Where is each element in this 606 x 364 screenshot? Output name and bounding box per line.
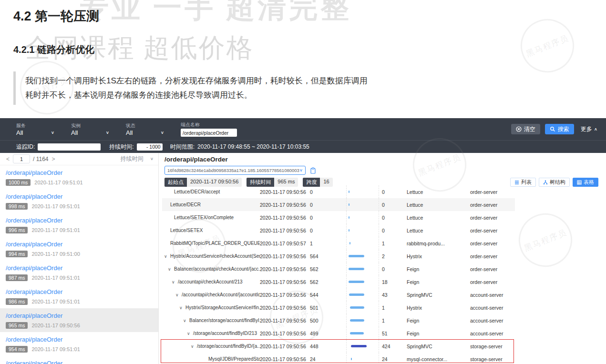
instance-select[interactable]: All ∨	[71, 129, 109, 136]
trace-id-select-row: 16f4d9828c3246e1abd90958335a17e1.185.160…	[164, 166, 316, 175]
span-self-duration: 0	[379, 215, 407, 221]
chevron-up-icon: ∧	[594, 127, 597, 131]
prev-page-button[interactable]: <	[5, 156, 11, 162]
span-name-cell: ∨ Balancer/accountapi/checkAccount/{acc.…	[162, 266, 260, 272]
span-duration: 499	[310, 331, 346, 336]
copy-trace-id-button[interactable]	[310, 167, 316, 174]
more-button[interactable]: 更多 ∧	[579, 124, 599, 134]
span-row[interactable]: ∨ /storage/account/findByID/{a... 2020-1…	[162, 340, 515, 353]
span-component: Feign	[407, 331, 470, 336]
trace-list-item[interactable]: /orderapi/placeOrder 1000 ms 2020-11-17 …	[0, 165, 158, 189]
trace-link[interactable]: /orderapi/placeOrder	[6, 288, 153, 295]
expand-arrow-icon[interactable]: ∨	[175, 293, 182, 297]
service-select[interactable]: All ∨	[16, 129, 54, 136]
span-self-duration: 24	[379, 356, 407, 362]
span-component: Hystrix	[407, 305, 470, 311]
duration-range-input[interactable]	[137, 143, 163, 151]
trace-meta: 987 ms 2020-11-17 09:51:01	[6, 274, 153, 281]
tree-icon	[543, 180, 548, 185]
trace-list-panel: < / 1164 > 持续时间 ∨ /orderapi/placeOrder 1…	[0, 153, 159, 364]
trace-list-item[interactable]: /orderapi/placeOrder 996 ms 2020-11-17 0…	[0, 213, 158, 237]
span-row[interactable]: ∨ /accountapi/checkAccount/{accountId} 2…	[162, 288, 515, 301]
trace-list-item[interactable]: /orderapi/placeOrder 987 ms 2020-11-17 0…	[0, 261, 158, 284]
span-row[interactable]: ∨ /accountapi/checkAccount/213 2020-11-1…	[162, 275, 515, 288]
view-table-button[interactable]: 表格	[573, 178, 598, 187]
trace-segment-select[interactable]: 16f4d9828c3246e1abd90958335a17e1.185.160…	[164, 166, 306, 175]
span-row[interactable]: ∨ Balancer/accountapi/checkAccount/{acc.…	[162, 263, 515, 275]
span-row[interactable]: ∨ /storage/account/findByID/213 2020-11-…	[162, 327, 515, 340]
trace-link[interactable]: /orderapi/placeOrder	[6, 193, 153, 200]
trace-link[interactable]: /orderapi/placeOrder	[6, 217, 153, 224]
trace-meta: 994 ms 2020-11-17 09:51:00	[6, 251, 153, 257]
trace-link[interactable]: /orderapi/placeOrder	[6, 241, 153, 248]
trace-duration-badge: 1000 ms	[6, 179, 31, 186]
span-row[interactable]: ∨ Hystrix/AccountService#checkAccount(Se…	[162, 250, 515, 263]
expand-arrow-icon[interactable]: ∨	[168, 267, 174, 272]
view-tree-button[interactable]: 树结构	[539, 178, 570, 187]
endpoint-name-input[interactable]	[181, 129, 237, 137]
span-row[interactable]: ∨ RabbitMQ/Topic/PLACE_ORDER_QUEUE_EXC..…	[162, 237, 515, 250]
page-number-input[interactable]	[13, 154, 30, 163]
span-name: Hystrix/AccountService#checkAccount(Ser.…	[170, 253, 260, 259]
doc-heading-2: 4.2.1 链路分析优化	[13, 43, 94, 56]
expand-arrow-icon[interactable]: ∨	[191, 344, 197, 349]
span-name: /accountapi/checkAccount/{accountId}	[182, 292, 260, 297]
trace-id-input[interactable]	[38, 143, 101, 151]
trace-list-item[interactable]: /orderapi/placeOrder 954 ms 2020-11-17 0…	[0, 332, 158, 356]
trace-duration-badge: 987 ms	[6, 274, 28, 281]
span-component: Feign	[407, 266, 470, 272]
span-duration: 0	[310, 189, 346, 195]
state-select[interactable]: All ∨	[126, 129, 164, 136]
trace-list-item[interactable]: /orderapi/placeOrder 965 ms 2020-11-17 0…	[0, 308, 158, 332]
trace-link[interactable]: /orderapi/placeOrder	[6, 169, 153, 176]
chevron-down-icon: ∨	[299, 168, 303, 172]
span-self-duration: 424	[379, 344, 407, 349]
more-label: 更多	[581, 125, 592, 133]
instance-label: 实例	[71, 122, 117, 129]
trace-link[interactable]: /orderapi/placeOrder	[6, 312, 153, 319]
next-page-button[interactable]: >	[51, 156, 57, 162]
clear-button[interactable]: 清空	[511, 124, 540, 134]
chevron-down-icon: ∨	[150, 157, 154, 161]
span-name-cell: ∨ Hystrix/AccountService#checkAccount(Se…	[162, 253, 260, 259]
span-row[interactable]: ∨ Lettuce/DECR/accept 2020-11-17 09:50:5…	[162, 185, 515, 198]
span-duration: 562	[310, 266, 346, 272]
expand-arrow-icon[interactable]: ∨	[187, 331, 193, 336]
search-button[interactable]: 搜索	[545, 124, 574, 134]
span-self-duration: 0	[379, 202, 407, 208]
span-row[interactable]: ∨ Hystrix/StorageAccountService#fin... 2…	[162, 301, 515, 314]
sort-select[interactable]: 持续时间 ∨	[121, 155, 154, 163]
span-duration-bar	[349, 191, 349, 193]
state-filter-group: 状态 All ∨	[126, 122, 172, 136]
trace-link[interactable]: /orderapi/placeOrder	[6, 336, 153, 343]
trace-list-item[interactable]: /orderapi/placeOrder	[0, 356, 158, 364]
span-duration-bar	[349, 281, 364, 283]
span-service: order-server	[470, 266, 513, 272]
trace-list-item[interactable]: /orderapi/placeOrder 986 ms 2020-11-17 0…	[0, 284, 158, 308]
trace-list-item[interactable]: /orderapi/placeOrder 994 ms 2020-11-17 0…	[0, 237, 158, 261]
expand-arrow-icon[interactable]: ∨	[172, 280, 178, 284]
span-self-duration: 2	[379, 253, 407, 259]
expand-arrow-icon[interactable]: ∨	[164, 254, 170, 259]
span-row[interactable]: ∨ Lettuce/DECR 2020-11-17 09:50:56 0 0 L…	[162, 198, 515, 211]
trace-list-item[interactable]: /orderapi/placeOrder 998 ms 2020-11-17 0…	[0, 189, 158, 213]
span-row[interactable]: ∨ Lettuce/SETEX/onComplete 2020-11-17 09…	[162, 211, 515, 224]
expand-arrow-icon[interactable]: ∨	[183, 318, 189, 323]
span-row[interactable]: ∨ Balancer/storage/account/findByI... 20…	[162, 314, 515, 327]
chevron-down-icon: ∨	[51, 130, 54, 134]
search-toolbar: 服务 All ∨ 实例 All ∨ 状态 All ∨ 端点名称	[0, 118, 606, 140]
span-row[interactable]: ∨ Lettuce/SETEX 2020-11-17 09:50:56 0 0 …	[162, 224, 515, 237]
span-row[interactable]: ∨ Mysql/JDBI/PreparedStatement... 2020-1…	[162, 353, 515, 364]
span-bar-cell	[346, 198, 379, 211]
span-name: RabbitMQ/Topic/PLACE_ORDER_QUEUE_EXC...	[170, 241, 260, 246]
span-component: Feign	[407, 318, 470, 324]
trace-link[interactable]: /orderapi/placeOrder	[6, 264, 153, 272]
span-self-duration: 51	[379, 331, 407, 336]
span-service: account-server	[470, 305, 513, 311]
span-name-cell: ∨ /storage/account/findByID/213	[162, 331, 260, 336]
expand-arrow-icon[interactable]: ∨	[179, 305, 185, 310]
trace-link[interactable]: /orderapi/placeOrder	[6, 360, 153, 364]
trace-time: 2020-11-17 09:51:01	[31, 275, 80, 281]
state-value: All	[126, 129, 133, 136]
span-start-time: 2020-11-17 09:50:56	[260, 253, 310, 259]
